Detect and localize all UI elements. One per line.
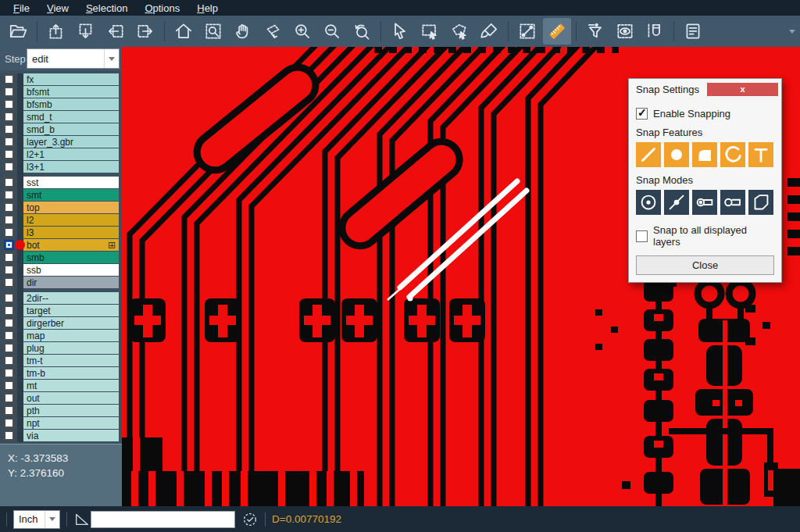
layer-row-dirgerber[interactable]: dirgerber: [0, 317, 122, 329]
layer-name-cell[interactable]: smb: [23, 252, 119, 263]
toolbar-overflow-icon[interactable]: [789, 30, 795, 34]
snap-mode-pad-entry-button[interactable]: [720, 190, 745, 215]
layer-visibility-checkbox[interactable]: [4, 227, 14, 237]
zoom-previous-button[interactable]: [348, 18, 376, 45]
layer-name-cell[interactable]: map: [23, 330, 119, 341]
layer-name-cell[interactable]: l3+1: [23, 161, 119, 173]
clear-selection-brush-button[interactable]: [475, 18, 503, 45]
layer-visibility-checkbox[interactable]: [4, 240, 14, 250]
layer-name-cell[interactable]: l2: [23, 214, 119, 226]
layer-row-bfsmt[interactable]: bfsmt: [0, 86, 122, 98]
angle-tool-icon[interactable]: [73, 511, 91, 528]
step-select[interactable]: edit: [27, 48, 120, 69]
layer-visibility-checkbox[interactable]: [4, 99, 14, 109]
layer-visibility-checkbox[interactable]: [4, 190, 14, 200]
snap-all-layers-checkbox[interactable]: [636, 230, 648, 242]
apply-check-icon[interactable]: [241, 511, 259, 528]
view-options-button[interactable]: [611, 18, 639, 45]
layer-row-2dir--[interactable]: 2dir--: [0, 292, 122, 304]
zoom-window-button[interactable]: [199, 18, 227, 45]
layer-visibility-checkbox[interactable]: [4, 162, 14, 172]
layer-visibility-checkbox[interactable]: [4, 368, 14, 378]
layer-name-cell[interactable]: dir: [23, 277, 119, 288]
layer-row-smb[interactable]: smb: [0, 252, 122, 263]
layer-visibility-checkbox[interactable]: [4, 202, 14, 212]
layer-visibility-checkbox[interactable]: [4, 149, 14, 159]
layer-row-via[interactable]: via: [0, 430, 122, 441]
layer-visibility-checkbox[interactable]: [4, 124, 14, 134]
layer-name-cell[interactable]: out: [23, 392, 119, 404]
close-button[interactable]: Close: [636, 255, 774, 275]
open-file-button[interactable]: [4, 18, 32, 45]
enable-snapping-checkbox[interactable]: [636, 108, 648, 120]
layer-visibility-checkbox[interactable]: [4, 330, 14, 341]
menu-selection[interactable]: Selection: [77, 0, 136, 16]
layer-name-cell[interactable]: bfsmb: [23, 98, 119, 110]
layer-name-cell[interactable]: bfsmt: [23, 86, 119, 98]
layer-row-pth[interactable]: pth: [0, 405, 122, 416]
layer-name-cell[interactable]: tm-t: [23, 355, 119, 366]
layer-visibility-checkbox[interactable]: [4, 355, 14, 366]
layer-visibility-checkbox[interactable]: [4, 318, 14, 328]
home-view-button[interactable]: [170, 18, 198, 45]
pan-hand-button[interactable]: [229, 18, 257, 45]
chevron-down-icon[interactable]: [45, 511, 59, 528]
layer-name-cell[interactable]: l3: [23, 227, 119, 238]
select-arrow-button[interactable]: [386, 18, 414, 45]
layer-name-cell[interactable]: smt: [23, 189, 119, 201]
filter-button[interactable]: [581, 18, 609, 45]
layer-row-target[interactable]: target: [0, 305, 122, 316]
layer-name-cell[interactable]: fx: [23, 73, 119, 85]
layer-visibility-checkbox[interactable]: [4, 418, 14, 428]
select-rectangle-button[interactable]: [416, 18, 444, 45]
layer-name-cell[interactable]: smd_t: [23, 111, 119, 123]
layer-visibility-checkbox[interactable]: [4, 343, 14, 353]
chevron-down-icon[interactable]: [104, 49, 119, 68]
layer-grid-icon[interactable]: ⊞: [108, 241, 116, 250]
layer-row-npt[interactable]: npt: [0, 417, 122, 429]
layer-row-fx[interactable]: fx: [0, 73, 122, 85]
layer-name-cell[interactable]: smd_b: [23, 123, 119, 135]
command-input[interactable]: [91, 511, 235, 528]
snap-mode-midpoint-button[interactable]: [664, 190, 689, 215]
layer-name-cell[interactable]: l2+1: [23, 148, 119, 160]
snap-feature-arc-button[interactable]: [720, 142, 745, 167]
snap-feature-pad-button[interactable]: [664, 142, 689, 167]
pan-up-button[interactable]: [42, 18, 70, 45]
dialog-titlebar[interactable]: Snap Settings x: [629, 79, 781, 99]
snap-mode-contour-button[interactable]: [748, 190, 773, 215]
pan-down-button[interactable]: [72, 18, 100, 45]
layer-name-cell[interactable]: plug: [23, 342, 119, 354]
layer-name-cell[interactable]: bot⊞: [23, 239, 119, 251]
measure-ruler-button[interactable]: [543, 18, 571, 45]
layer-name-cell[interactable]: ssb: [23, 264, 119, 276]
layer-row-ssb[interactable]: ssb: [0, 264, 122, 276]
layer-visibility-checkbox[interactable]: [4, 252, 14, 262]
zoom-in-button[interactable]: [288, 18, 316, 45]
menu-options[interactable]: Options: [136, 0, 188, 16]
layer-row-bfsmb[interactable]: bfsmb: [0, 98, 122, 110]
layer-row-dir[interactable]: dir: [0, 277, 122, 288]
layer-name-cell[interactable]: dirgerber: [23, 317, 119, 329]
layer-visibility-checkbox[interactable]: [4, 87, 14, 97]
layer-name-cell[interactable]: tm-b: [23, 367, 119, 379]
pan-dynamic-button[interactable]: [259, 18, 287, 45]
layer-visibility-checkbox[interactable]: [4, 393, 14, 403]
layer-row-tm-t[interactable]: tm-t: [0, 355, 122, 366]
layer-row-tm-b[interactable]: tm-b: [0, 367, 122, 379]
layer-row-smt[interactable]: smt: [0, 189, 122, 201]
snap-mode-center-button[interactable]: [636, 190, 661, 215]
layer-row-smd_t[interactable]: smd_t: [0, 111, 122, 123]
layer-name-cell[interactable]: via: [23, 430, 119, 441]
layer-row-top[interactable]: top: [0, 202, 122, 213]
pan-left-button[interactable]: [102, 18, 130, 45]
layer-name-cell[interactable]: layer_3.gbr: [23, 136, 119, 148]
layer-row-layer_3.gbr[interactable]: layer_3.gbr: [0, 136, 122, 148]
layer-visibility-checkbox[interactable]: [4, 215, 14, 225]
layer-row-bot[interactable]: bot⊞: [0, 239, 122, 251]
layer-visibility-checkbox[interactable]: [4, 265, 14, 275]
layer-row-out[interactable]: out: [0, 392, 122, 404]
snap-feature-text-button[interactable]: [748, 142, 773, 167]
layer-name-cell[interactable]: 2dir--: [23, 292, 119, 304]
snap-feature-line-button[interactable]: [636, 142, 661, 167]
